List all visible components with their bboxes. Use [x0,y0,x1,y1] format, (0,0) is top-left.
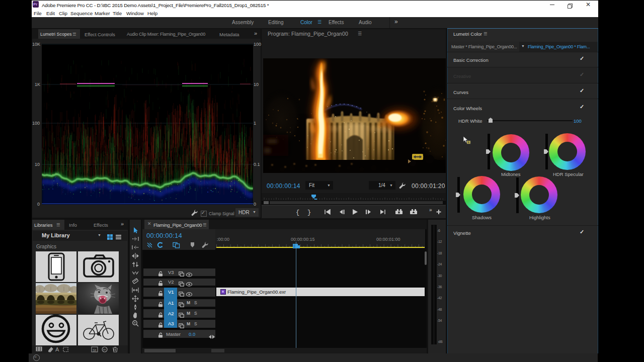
svg-text:{: { [296,209,299,216]
svg-text:∞: ∞ [103,347,106,352]
svg-text:St: St [93,348,97,352]
svg-text:}: } [307,209,311,216]
svg-text:»: » [429,207,432,213]
svg-text:A: A [55,346,59,352]
